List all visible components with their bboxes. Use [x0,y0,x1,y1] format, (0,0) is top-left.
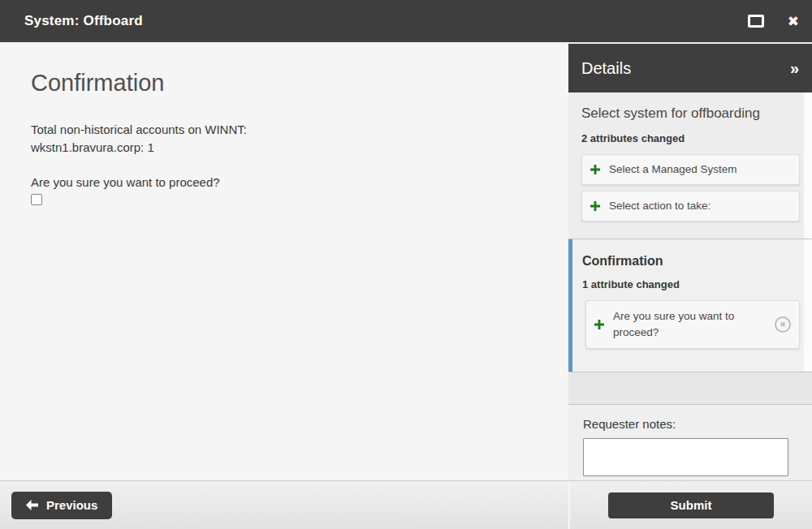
section-status-badge: 2 attributes changed [581,132,804,145]
attribute-item-label: Select a Managed System [609,161,737,178]
attribute-item-label: Select action to take: [609,198,710,214]
summary-line-1: Total non-historical accounts on WINNT: [31,121,544,139]
window-title: System: Offboard [24,13,143,29]
remove-attribute-icon[interactable]: ✖ [775,316,791,333]
section-confirmation: Confirmation 1 attribute changed Are you… [568,239,812,372]
titlebar: System: Offboard ✖ [0,0,812,42]
close-icon[interactable]: ✖ [788,15,799,28]
section-title: Confirmation [582,252,804,270]
section-title: Select system for offboarding [581,105,804,122]
scrollbar-track[interactable] [804,239,812,372]
section-status-badge: 1 attribute changed [582,278,804,291]
previous-button[interactable]: Previous [11,492,112,519]
section-select-system-content: Select system for offboarding 2 attribut… [568,92,804,239]
collapse-sidebar-icon[interactable]: » [790,60,799,76]
maximize-icon-box [748,15,764,28]
maximize-icon[interactable] [747,14,765,28]
attribute-item-action[interactable]: Select action to take: [581,191,800,221]
footer-bar: Previous Submit [0,480,812,529]
attribute-item-proceed[interactable]: Are you sure you want to proceed? ✖ [585,300,800,349]
summary-text: Total non-historical accounts on WINNT: … [31,121,544,157]
arrow-left-icon [26,500,38,510]
content-row: Confirmation Total non-historical accoun… [0,42,812,480]
details-header: Details » [568,44,812,92]
requester-notes-label: Requester notes: [583,417,812,432]
submit-button[interactable]: Submit [608,492,774,518]
section-confirmation-content: Confirmation 1 attribute changed Are you… [572,239,804,372]
proceed-checkbox[interactable] [31,194,42,205]
footer-main: Previous [0,481,568,529]
app-window: System: Offboard ✖ Confirmation Total no… [0,0,812,529]
summary-line-2: wkstn1.bravura.corp: 1 [31,139,544,157]
confirm-question: Are you sure you want to proceed? [31,176,544,189]
plus-icon [594,320,604,329]
plus-icon [590,165,600,174]
previous-button-label: Previous [46,498,97,512]
plus-icon [590,201,600,211]
main-panel: Confirmation Total non-historical accoun… [0,42,568,480]
requester-notes-input[interactable] [583,438,788,476]
page-title: Confirmation [31,69,544,97]
details-title: Details [581,59,631,78]
attribute-item-managed-system[interactable]: Select a Managed System [581,154,800,185]
scrollbar-track[interactable] [804,92,812,239]
attribute-item-label: Are you sure you want to proceed? [613,308,751,341]
sidebar-spacer [568,372,812,405]
titlebar-icons: ✖ [747,14,799,28]
requester-notes-section: Requester notes: [568,405,812,480]
details-sidebar: Details » Select system for offboarding … [568,42,812,480]
footer-sidebar: Submit [568,481,812,529]
section-select-system: Select system for offboarding 2 attribut… [568,92,812,239]
